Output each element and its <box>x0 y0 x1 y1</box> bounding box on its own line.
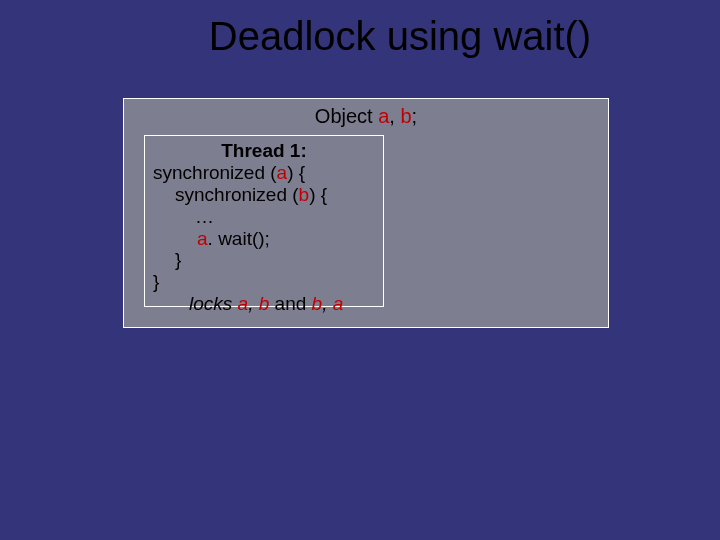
thread1-box: Thread 1: synchronized (a) { synchronize… <box>144 135 384 307</box>
sync-a-pre: synchronized ( <box>153 162 277 183</box>
code-line-4: a. wait(); <box>145 228 383 250</box>
code-outer-box: Object a, b; Thread 1: synchronized (a) … <box>123 98 609 328</box>
code-line-3: … <box>145 206 383 228</box>
object-comma: , <box>389 105 400 127</box>
locks-b2: b <box>312 293 323 314</box>
object-semicolon: ; <box>412 105 418 127</box>
code-line-2: synchronized (b) { <box>145 184 383 206</box>
wait-call: . wait(); <box>208 228 270 249</box>
locks-line: locks a, b and b, a <box>145 293 383 315</box>
object-var-a: a <box>378 105 389 127</box>
object-var-b: b <box>400 105 411 127</box>
locks-a1: a <box>238 293 249 314</box>
locks-and: and <box>269 293 311 314</box>
thread1-title: Thread 1: <box>145 140 383 162</box>
sync-b-var: b <box>299 184 310 205</box>
code-line-5: } <box>145 249 383 271</box>
wait-a-var: a <box>197 228 208 249</box>
locks-prefix: locks <box>189 293 238 314</box>
sync-b-post: ) { <box>309 184 327 205</box>
sync-b-pre: synchronized ( <box>175 184 299 205</box>
locks-b1: b <box>259 293 270 314</box>
object-declaration: Object a, b; <box>124 99 608 128</box>
sync-a-var: a <box>277 162 288 183</box>
locks-comma1: , <box>248 293 259 314</box>
locks-a2: a <box>333 293 344 314</box>
slide-title: Deadlock using wait() <box>0 0 720 59</box>
object-prefix: Object <box>315 105 378 127</box>
code-line-1: synchronized (a) { <box>145 162 383 184</box>
code-line-6: } <box>145 271 383 293</box>
locks-comma2: , <box>322 293 333 314</box>
sync-a-post: ) { <box>287 162 305 183</box>
